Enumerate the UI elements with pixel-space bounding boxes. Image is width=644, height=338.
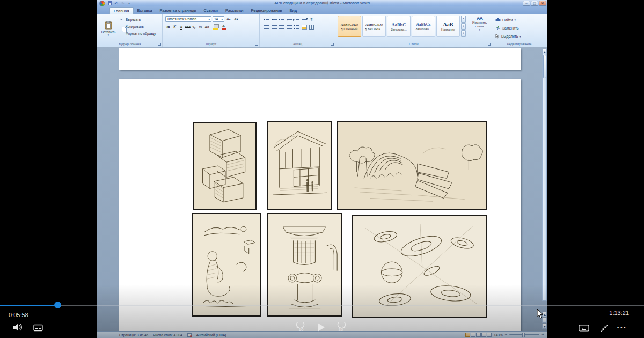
shading-button[interactable] bbox=[301, 24, 308, 30]
bold-button[interactable]: Ж bbox=[165, 24, 171, 30]
save-button[interactable] bbox=[107, 1, 112, 6]
style-normal[interactable]: AaBbCcDc ¶ Обычный bbox=[338, 16, 361, 37]
spellcheck-icon[interactable] bbox=[187, 333, 192, 337]
justify-button[interactable] bbox=[286, 24, 292, 30]
tab-mailings[interactable]: Рассылки bbox=[222, 7, 247, 14]
outline-view-button[interactable] bbox=[481, 333, 486, 337]
clipboard-dialog-launcher[interactable] bbox=[158, 43, 161, 46]
zoom-out-button[interactable]: − bbox=[505, 333, 508, 337]
find-button[interactable]: Найти▾ bbox=[495, 18, 516, 22]
play-button[interactable] bbox=[317, 322, 325, 332]
office-button-icon[interactable] bbox=[99, 1, 105, 6]
exit-fullscreen-button[interactable] bbox=[600, 324, 609, 335]
zoom-slider[interactable] bbox=[509, 334, 539, 335]
style-title[interactable]: AaB Название bbox=[436, 16, 460, 37]
paste-button[interactable]: Вставить ▾ bbox=[99, 16, 118, 41]
tab-home[interactable]: Главная bbox=[109, 7, 134, 14]
maximize-button[interactable]: ▢ bbox=[531, 1, 538, 6]
tab-page-layout[interactable]: Разметка страницы bbox=[156, 7, 200, 14]
font-dialog-launcher[interactable] bbox=[255, 43, 258, 46]
font-size-select[interactable]: 14▾ bbox=[213, 16, 224, 22]
sort-button[interactable] bbox=[301, 16, 308, 23]
volume-button[interactable] bbox=[13, 323, 24, 334]
styles-group-label: Стили bbox=[336, 42, 492, 47]
font-name-select[interactable]: Times New Roman▾ bbox=[165, 16, 211, 22]
skip-forward-button[interactable]: 30 bbox=[334, 322, 348, 332]
replace-icon bbox=[495, 26, 501, 30]
close-button[interactable]: ✕ bbox=[539, 1, 546, 6]
gallery-up-button[interactable]: ▲ bbox=[461, 16, 466, 23]
clipboard-group-label: Буфер обмена bbox=[98, 42, 162, 47]
redo-button[interactable]: ↷ bbox=[120, 1, 125, 6]
copy-button[interactable]: Копировать bbox=[119, 23, 162, 30]
more-options-button[interactable]: ••• bbox=[617, 325, 627, 330]
seek-bar-handle[interactable] bbox=[54, 302, 61, 308]
multilevel-list-icon bbox=[279, 17, 284, 22]
zoom-level[interactable]: 143% bbox=[494, 333, 503, 337]
increase-indent-button[interactable] bbox=[293, 16, 300, 23]
font-color-button[interactable]: А bbox=[220, 24, 227, 30]
next-page-button[interactable] bbox=[542, 324, 547, 329]
vertical-scrollbar[interactable] bbox=[542, 49, 547, 301]
scrollbar-thumb[interactable] bbox=[543, 55, 546, 78]
styles-dialog-launcher[interactable] bbox=[488, 43, 491, 46]
print-layout-view-button[interactable] bbox=[465, 333, 470, 337]
zoom-in-button[interactable]: + bbox=[541, 333, 544, 337]
gallery-expand-button[interactable]: ▼ bbox=[461, 30, 466, 37]
numbering-button[interactable] bbox=[270, 16, 277, 23]
grow-font-button[interactable]: А▴ bbox=[225, 16, 232, 22]
style-heading2[interactable]: AaBbCc Заголово... bbox=[412, 16, 435, 37]
video-frame[interactable]: ↶ ↷ ▾ АРХ.спадщина в середовищі міста - … bbox=[97, 0, 547, 338]
tab-insert[interactable]: Вставка bbox=[134, 7, 156, 14]
strikethrough-button[interactable]: abc bbox=[185, 24, 191, 30]
group-styles: AaBbCcDc ¶ Обычный AaBbCcDc ¶ Без инте..… bbox=[336, 14, 492, 47]
subtitles-button[interactable] bbox=[33, 324, 43, 334]
align-right-button[interactable] bbox=[278, 24, 285, 30]
tab-references[interactable]: Ссылки bbox=[200, 7, 221, 14]
paragraph-dialog-launcher[interactable] bbox=[331, 43, 334, 46]
align-center-button[interactable] bbox=[270, 24, 277, 30]
style-heading1[interactable]: AaBbC Заголово... bbox=[387, 16, 411, 37]
web-layout-view-button[interactable] bbox=[476, 333, 481, 337]
change-styles-button[interactable]: АА Изменить стили ▾ bbox=[468, 16, 491, 40]
keyboard-shortcuts-button[interactable] bbox=[579, 324, 589, 334]
multilevel-list-button[interactable] bbox=[278, 16, 285, 23]
tab-review[interactable]: Рецензирование bbox=[247, 7, 286, 14]
scroll-up-button[interactable] bbox=[543, 49, 546, 54]
decrease-indent-button[interactable] bbox=[286, 16, 292, 23]
replace-button[interactable]: Заменить bbox=[495, 26, 519, 30]
align-center-icon bbox=[272, 25, 277, 30]
zoom-slider-handle[interactable] bbox=[522, 333, 525, 337]
change-case-button[interactable]: Аа bbox=[204, 24, 210, 30]
draft-view-button[interactable] bbox=[487, 333, 492, 337]
chevron-down-icon: ▾ bbox=[468, 28, 491, 31]
align-left-button[interactable] bbox=[263, 24, 270, 30]
subscript-button[interactable]: x₂ bbox=[191, 24, 197, 30]
select-button[interactable]: Выделить▾ bbox=[495, 34, 521, 39]
borders-button[interactable] bbox=[308, 24, 315, 30]
word-count[interactable]: Число слов: 4 004 bbox=[153, 333, 182, 337]
save-icon bbox=[108, 1, 112, 5]
show-marks-button[interactable]: ¶ bbox=[308, 16, 315, 23]
tab-view[interactable]: Вид bbox=[286, 7, 301, 14]
italic-button[interactable]: К bbox=[172, 24, 178, 30]
highlight-button[interactable] bbox=[213, 24, 219, 30]
quick-access-toolbar: ↶ ↷ ▾ bbox=[107, 1, 131, 6]
underline-button[interactable]: Ч bbox=[178, 24, 184, 30]
cut-button[interactable]: ✂Вырезать bbox=[119, 16, 162, 23]
fullscreen-reading-view-button[interactable] bbox=[471, 333, 475, 337]
seek-bar[interactable] bbox=[0, 305, 644, 306]
document-area[interactable] bbox=[97, 47, 547, 331]
page-indicator[interactable]: Страница: 3 из 46 bbox=[119, 333, 148, 337]
shrink-font-button[interactable]: А▾ bbox=[233, 16, 239, 22]
style-no-spacing[interactable]: AaBbCcDc ¶ Без инте... bbox=[362, 16, 386, 37]
speaker-icon bbox=[13, 323, 24, 332]
language-indicator[interactable]: Английский (США) bbox=[196, 333, 226, 337]
bullets-button[interactable] bbox=[263, 16, 270, 23]
gallery-down-button[interactable]: ▼ bbox=[461, 23, 466, 30]
superscript-button[interactable]: x² bbox=[197, 24, 203, 30]
minimize-button[interactable]: ‒ bbox=[523, 1, 530, 6]
undo-button[interactable]: ↶ bbox=[114, 1, 119, 6]
skip-back-button[interactable]: 10 bbox=[294, 322, 308, 332]
line-spacing-button[interactable] bbox=[293, 24, 300, 30]
